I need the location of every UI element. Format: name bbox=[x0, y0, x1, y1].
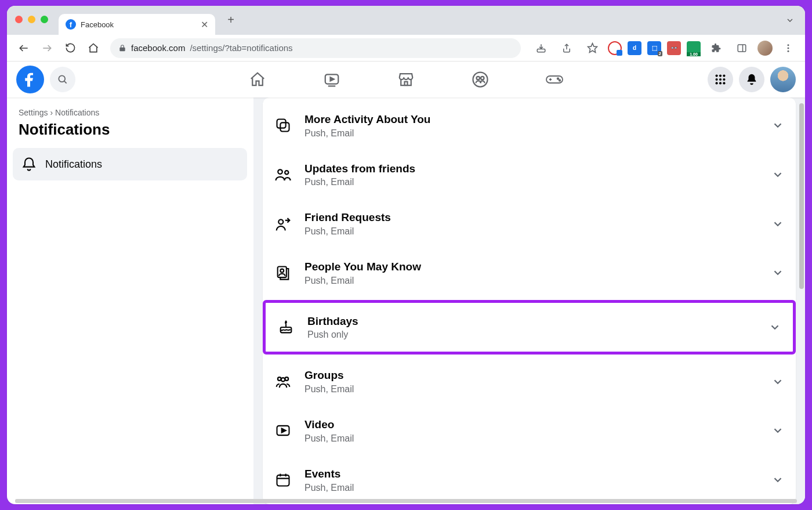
svg-marker-46 bbox=[282, 429, 286, 433]
row-events[interactable]: EventsPush, Email bbox=[263, 455, 796, 504]
kebab-menu-icon[interactable] bbox=[778, 38, 798, 58]
svg-point-17 bbox=[481, 77, 484, 80]
chevron-down-icon bbox=[771, 168, 784, 181]
breadcrumb-separator: › bbox=[50, 108, 53, 117]
breadcrumb-settings-link[interactable]: Settings bbox=[19, 108, 48, 117]
home-button[interactable] bbox=[84, 38, 103, 58]
back-button[interactable] bbox=[14, 38, 34, 58]
content-area: Settings › Notifications Notifications N… bbox=[7, 97, 805, 504]
row-birthdays[interactable]: BirthdaysPush only bbox=[263, 300, 796, 355]
svg-point-16 bbox=[477, 77, 480, 80]
toolbar-actions: d ⬚2 👓 1.00 bbox=[531, 38, 798, 58]
svg-point-24 bbox=[719, 74, 722, 77]
search-button[interactable] bbox=[50, 67, 75, 92]
sidebar-item-notifications[interactable]: Notifications bbox=[13, 148, 247, 180]
svg-rect-32 bbox=[277, 120, 286, 128]
account-avatar[interactable] bbox=[770, 67, 796, 92]
row-video[interactable]: VideoPush, Email bbox=[263, 406, 796, 455]
tabs-overflow-icon[interactable] bbox=[785, 16, 795, 25]
profile-avatar-icon[interactable] bbox=[757, 41, 773, 56]
svg-rect-4 bbox=[738, 45, 746, 52]
row-sub: Push, Email bbox=[304, 433, 759, 444]
extension-icon[interactable]: 👓 bbox=[667, 41, 681, 55]
browser-tab[interactable]: f Facebook ✕ bbox=[59, 14, 215, 35]
row-friend-requests[interactable]: Friend RequestsPush, Email bbox=[263, 199, 796, 248]
install-app-icon[interactable] bbox=[531, 38, 551, 58]
url-host: facebook.com bbox=[131, 43, 185, 53]
nav-watch-icon[interactable] bbox=[297, 63, 367, 96]
svg-point-29 bbox=[715, 82, 717, 84]
share-icon[interactable] bbox=[557, 38, 577, 58]
maximize-window-button[interactable] bbox=[41, 16, 48, 23]
new-tab-button[interactable]: + bbox=[221, 10, 241, 30]
minimize-window-button[interactable] bbox=[28, 16, 35, 23]
video-icon bbox=[274, 422, 292, 439]
chevron-down-icon bbox=[771, 218, 784, 230]
omnibox[interactable]: facebook.com/settings/?tab=notifications bbox=[110, 38, 521, 58]
forward-button[interactable] bbox=[37, 38, 57, 58]
window-controls bbox=[15, 16, 48, 23]
browser-window: f Facebook ✕ + facebook.com/settings/?ta… bbox=[7, 6, 805, 504]
chevron-down-icon bbox=[771, 375, 784, 388]
row-sub: Push only bbox=[307, 330, 756, 340]
row-sub: Push, Email bbox=[304, 276, 759, 286]
row-sub: Push, Email bbox=[304, 483, 759, 493]
row-title: Groups bbox=[304, 368, 759, 383]
facebook-logo-icon[interactable] bbox=[16, 66, 44, 93]
nav-gaming-icon[interactable] bbox=[520, 63, 589, 96]
nav-home-icon[interactable] bbox=[223, 63, 292, 96]
svg-point-6 bbox=[788, 44, 789, 46]
row-title: Video bbox=[304, 418, 759, 432]
people-icon bbox=[274, 264, 292, 281]
svg-point-34 bbox=[278, 169, 282, 174]
svg-point-21 bbox=[557, 78, 559, 79]
horizontal-scrollbar[interactable] bbox=[15, 499, 797, 503]
side-panel-icon[interactable] bbox=[732, 38, 752, 58]
row-title: Updates from friends bbox=[304, 162, 759, 176]
row-sub: Push, Email bbox=[304, 128, 759, 139]
row-people-you-may-know[interactable]: People You May KnowPush, Email bbox=[263, 248, 796, 298]
bookmark-star-icon[interactable] bbox=[582, 38, 602, 58]
extensions-puzzle-icon[interactable] bbox=[706, 38, 726, 58]
row-updates-friends[interactable]: Updates from friendsPush, Email bbox=[263, 150, 796, 200]
breadcrumb: Settings › Notifications bbox=[13, 108, 247, 117]
svg-point-9 bbox=[59, 75, 65, 82]
menu-grid-button[interactable] bbox=[708, 67, 733, 92]
chevron-down-icon bbox=[771, 266, 784, 279]
calendar-icon bbox=[274, 471, 292, 489]
svg-rect-33 bbox=[280, 123, 289, 132]
svg-point-31 bbox=[723, 82, 725, 84]
svg-point-23 bbox=[715, 74, 717, 77]
row-title: Birthdays bbox=[307, 314, 756, 329]
nav-marketplace-icon[interactable] bbox=[371, 63, 441, 96]
extension-icon[interactable] bbox=[608, 41, 622, 55]
close-window-button[interactable] bbox=[15, 16, 23, 23]
close-tab-icon[interactable]: ✕ bbox=[201, 19, 208, 30]
svg-point-28 bbox=[723, 78, 725, 81]
vertical-scrollbar[interactable] bbox=[799, 103, 805, 498]
svg-point-35 bbox=[285, 171, 288, 174]
extension-icon[interactable]: 1.00 bbox=[687, 41, 701, 55]
reload-button[interactable] bbox=[60, 38, 80, 58]
notifications-panel: More Activity About YouPush, Email Updat… bbox=[263, 97, 796, 504]
friend-request-icon bbox=[274, 215, 292, 233]
row-title: People You May Know bbox=[304, 260, 759, 274]
scrollbar-thumb[interactable] bbox=[799, 103, 804, 289]
sidebar-item-label: Notifications bbox=[45, 158, 102, 171]
notifications-button[interactable] bbox=[739, 67, 764, 92]
row-more-activity[interactable]: More Activity About YouPush, Email bbox=[263, 101, 796, 150]
extension-icon[interactable]: d bbox=[628, 41, 641, 55]
svg-point-39 bbox=[280, 269, 284, 273]
row-title: More Activity About You bbox=[304, 113, 759, 127]
tab-title: Facebook bbox=[81, 20, 196, 29]
chevron-down-icon bbox=[771, 424, 784, 437]
address-bar-row: facebook.com/settings/?tab=notifications… bbox=[7, 35, 805, 62]
nav-groups-icon[interactable] bbox=[445, 63, 515, 96]
row-groups[interactable]: GroupsPush, Email bbox=[263, 357, 796, 406]
extension-icon[interactable]: ⬚2 bbox=[647, 41, 661, 55]
chevron-down-icon bbox=[768, 321, 781, 334]
facebook-header bbox=[7, 62, 805, 97]
url-path: /settings/?tab=notifications bbox=[190, 43, 292, 53]
row-sub: Push, Email bbox=[304, 384, 759, 395]
row-title: Events bbox=[304, 467, 759, 482]
